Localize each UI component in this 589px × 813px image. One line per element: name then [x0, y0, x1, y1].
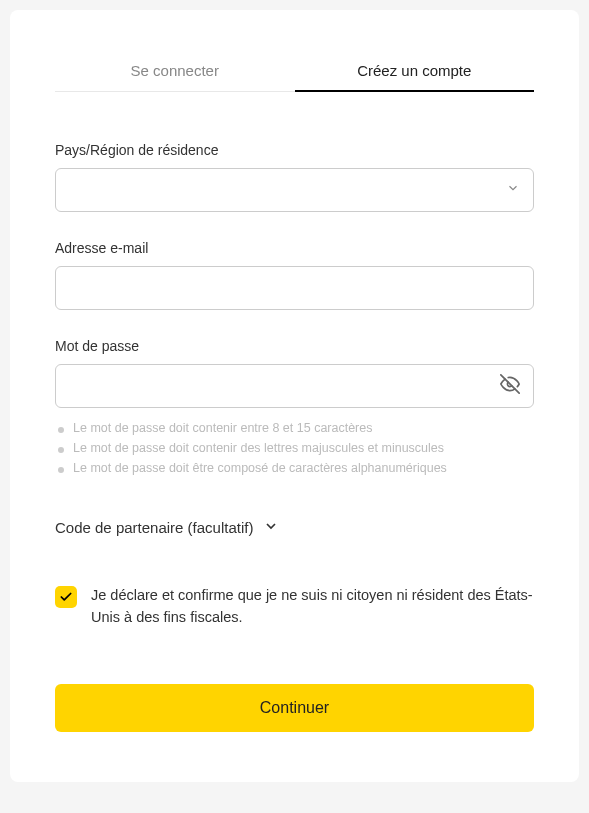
password-hints: Le mot de passe doit contenir entre 8 et…	[55, 418, 534, 478]
partner-code-label: Code de partenaire (facultatif)	[55, 519, 253, 536]
continue-button-label: Continuer	[260, 699, 329, 716]
email-input[interactable]	[55, 266, 534, 310]
password-hint: Le mot de passe doit contenir des lettre…	[55, 438, 534, 458]
check-icon	[59, 590, 73, 604]
password-label: Mot de passe	[55, 338, 534, 354]
chevron-down-icon	[263, 518, 279, 537]
tab-login-label: Se connecter	[131, 62, 219, 79]
declaration-row: Je déclare et confirme que je ne suis ni…	[55, 585, 534, 629]
tab-login[interactable]: Se connecter	[55, 50, 295, 91]
email-field-group: Adresse e-mail	[55, 240, 534, 310]
email-input-wrap	[55, 266, 534, 310]
country-label: Pays/Région de résidence	[55, 142, 534, 158]
password-input-wrap	[55, 364, 534, 408]
password-hint: Le mot de passe doit contenir entre 8 et…	[55, 418, 534, 438]
country-field-group: Pays/Région de résidence	[55, 142, 534, 212]
country-select[interactable]	[55, 168, 534, 212]
partner-code-toggle[interactable]: Code de partenaire (facultatif)	[55, 518, 534, 537]
tab-signup[interactable]: Créez un compte	[295, 50, 535, 91]
country-input-wrap	[55, 168, 534, 212]
auth-tabs: Se connecter Créez un compte	[55, 50, 534, 92]
password-input[interactable]	[55, 364, 534, 408]
password-field-group: Mot de passe Le mot de passe doit conten…	[55, 338, 534, 478]
email-label: Adresse e-mail	[55, 240, 534, 256]
signup-card: Se connecter Créez un compte Pays/Région…	[10, 10, 579, 782]
declaration-checkbox[interactable]	[55, 586, 77, 608]
declaration-text: Je déclare et confirme que je ne suis ni…	[91, 585, 534, 629]
tab-signup-label: Créez un compte	[357, 62, 471, 79]
eye-off-icon[interactable]	[500, 374, 520, 398]
continue-button[interactable]: Continuer	[55, 684, 534, 732]
password-hint: Le mot de passe doit être composé de car…	[55, 458, 534, 478]
